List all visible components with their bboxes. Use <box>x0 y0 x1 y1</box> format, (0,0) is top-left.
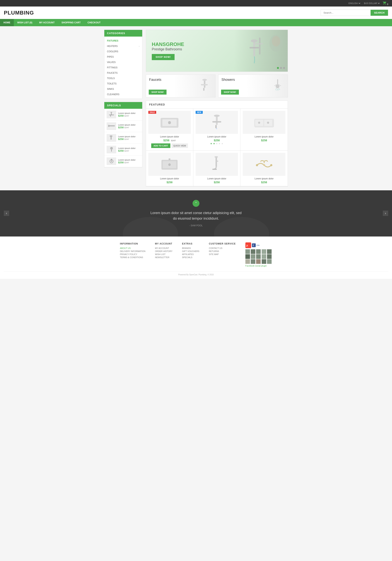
footer-link-specials[interactable]: SPECIALS <box>182 256 199 259</box>
featured-grid: SALE Lorem ipsum dolor $258 $247 ADD TO … <box>146 108 288 186</box>
svg-point-2 <box>110 112 112 113</box>
special-product-image <box>107 146 116 153</box>
footer-link-contact[interactable]: CONTACT US <box>209 247 236 249</box>
category-valves[interactable]: VALVES <box>104 60 142 65</box>
quick-view-button[interactable]: QUICK VIEW <box>171 143 188 148</box>
showers-shop-now-button[interactable]: SHOP NOW! <box>221 90 239 95</box>
social-photo-grid <box>245 249 272 264</box>
sink-product-image <box>155 156 184 172</box>
cart-top[interactable]: 0 <box>383 1 388 5</box>
category-sinks[interactable]: SINKS <box>104 86 142 92</box>
category-toilets[interactable]: TOILETS <box>104 81 142 86</box>
svg-rect-16 <box>259 38 261 54</box>
testimonial-prev-button[interactable]: ‹ <box>4 211 9 216</box>
special-price-new: $258 <box>118 138 124 140</box>
product-image <box>243 111 285 134</box>
footer-copyright: Powered By OpenCart. Plumbing. © 2015 <box>178 274 214 276</box>
footer-link-delivery[interactable]: DELIVERY INFORMATION <box>120 250 145 252</box>
category-fittings[interactable]: FITTINGS <box>104 65 142 70</box>
add-to-cart-button[interactable]: ADD TO CART <box>151 143 170 148</box>
product-price: $258 <box>196 181 238 184</box>
category-fixtures[interactable]: FIXTURES <box>104 38 142 43</box>
joomla-logo: J! <box>245 242 251 248</box>
social-grid-item <box>267 249 272 254</box>
top-bar: ENGLISH $US DOLLAR 0 <box>0 0 392 7</box>
footer-link-orders[interactable]: ORDER HISTORY <box>155 250 172 252</box>
footer-link-returns[interactable]: RETURNS <box>209 250 236 252</box>
footer-link-myaccount[interactable]: MY ACCOUNT <box>155 247 172 249</box>
list-item: SINKS <box>104 86 142 92</box>
footer-link-affiliates[interactable]: AFFILIATES <box>182 253 199 255</box>
nav-checkout[interactable]: CHECKOUT <box>84 19 104 26</box>
svg-rect-1 <box>111 113 112 115</box>
special-product-name: Lorem ipsum dolor <box>118 135 140 138</box>
svg-point-8 <box>110 147 113 150</box>
sub-banners: Faucets SHOP NOW! Showers <box>146 75 288 97</box>
category-list: FIXTURES HEATERS › COOLERS PIPES VALVES … <box>104 37 142 99</box>
special-product-image <box>107 134 116 142</box>
hero-dot-3[interactable] <box>283 67 285 69</box>
footer-link-wishlist[interactable]: WISH LIST <box>155 253 172 255</box>
category-pipes[interactable]: PIPES <box>104 54 142 60</box>
faucets-title: Faucets <box>149 78 161 82</box>
product-image: SALE <box>148 111 191 134</box>
footer-link-sitemap[interactable]: SITE MAP <box>209 253 236 255</box>
star-icon: ★ <box>218 142 221 145</box>
special-product-name: Lorem ipsum dolor <box>118 159 140 161</box>
social-grid-item <box>262 259 266 264</box>
product-price: $258 <box>243 139 285 142</box>
footer-link-newsletter[interactable]: NEWSLETTER <box>155 256 172 259</box>
svg-point-29 <box>275 90 276 90</box>
footer: INFORMATION ABOUT US DELIVERY INFORMATIO… <box>0 237 392 279</box>
svg-point-11 <box>111 161 112 162</box>
list-item: TOILETS <box>104 81 142 86</box>
faucets-shop-now-button[interactable]: SHOP NOW! <box>149 90 167 95</box>
testimonial-next-button[interactable]: › <box>383 211 388 216</box>
category-faucets[interactable]: FAUCETS <box>104 70 142 76</box>
product-name: Lorem ipsum dolor <box>148 135 191 138</box>
like-text: Like <box>256 244 260 246</box>
facebook-plugin-link[interactable]: Facebook social plugin <box>245 265 272 267</box>
footer-link-gifts[interactable]: GIFT VOUCHERS <box>182 250 199 252</box>
nav-wishlist[interactable]: WISH LIST (0) <box>14 19 36 26</box>
double-sink-image <box>249 114 279 130</box>
facebook-logo: f <box>252 243 256 247</box>
currency-selector[interactable]: $US DOLLAR <box>363 2 380 5</box>
category-tools[interactable]: TOOLS <box>104 76 142 81</box>
hero-dot-1[interactable] <box>277 67 279 69</box>
search-button[interactable]: SEARCH <box>371 10 388 16</box>
category-heaters[interactable]: HEATERS › <box>104 43 142 49</box>
product-price: $258 $247 <box>148 139 191 142</box>
product-name: Lorem ipsum dolor <box>243 177 285 180</box>
category-coolers[interactable]: COOLERS <box>104 49 142 54</box>
svg-rect-13 <box>253 41 255 56</box>
hero-text: HANSGROHE Prestige Bathrooms SHOP NOW! <box>152 41 184 60</box>
hero-banner: HANSGROHE Prestige Bathrooms SHOP NOW! <box>146 30 288 72</box>
social-grid-item <box>262 249 266 254</box>
social-grid-item <box>245 254 250 259</box>
svg-point-28 <box>278 88 279 89</box>
hero-shop-now-button[interactable]: SHOP NOW! <box>152 54 175 60</box>
social-grid-item <box>256 259 261 264</box>
footer-link-terms[interactable]: TERMS & CONDITIONS <box>120 256 145 259</box>
nav-home[interactable]: HOME <box>0 19 14 26</box>
svg-point-55 <box>256 164 258 166</box>
nav-account[interactable]: MY ACCOUNT <box>36 19 58 26</box>
nav-cart[interactable]: SHOPPING CART <box>58 19 84 26</box>
list-item: FITTINGS <box>104 65 142 70</box>
list-item: COOLERS <box>104 49 142 54</box>
language-selector[interactable]: ENGLISH <box>348 2 361 5</box>
footer-link-brands[interactable]: BRANDS <box>182 247 199 249</box>
footer-social: J! f Like <box>245 242 272 268</box>
categories-header: CATEGORIES <box>104 30 142 37</box>
category-cleaners[interactable]: CLEANERS <box>104 92 142 97</box>
social-grid-item <box>245 249 250 254</box>
fixture-image <box>249 156 279 172</box>
search-input[interactable] <box>321 10 371 16</box>
svg-point-23 <box>202 79 207 81</box>
footer-link-privacy[interactable]: PRIVACY POLICY <box>120 253 145 255</box>
footer-link-about[interactable]: ABOUT US <box>120 247 145 249</box>
list-item: CLEANERS <box>104 92 142 97</box>
svg-point-30 <box>277 90 277 91</box>
hero-dot-2[interactable] <box>280 67 282 69</box>
